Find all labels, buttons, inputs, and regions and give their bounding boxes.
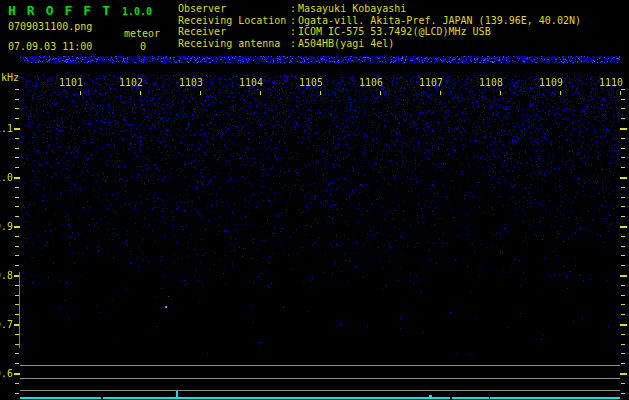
y-tick-mark-left: [15, 167, 19, 168]
y-tick-mark-left: [15, 187, 19, 188]
y-tick-mark-left: [15, 353, 19, 354]
y-tick-mark-left: [15, 363, 19, 364]
station-colon: :: [290, 38, 298, 50]
y-tick-mark-left: [15, 383, 19, 384]
y-tick-mark-right: [621, 393, 625, 394]
y-tick-mark-right: [620, 128, 627, 130]
x-tick-label: 1109: [533, 78, 563, 88]
y-tick-mark-left: [15, 236, 19, 237]
y-tick-mark-right: [621, 197, 625, 198]
x-tick-mark: [80, 91, 81, 95]
y-tick-mark-right: [621, 255, 625, 256]
y-tick-label: 0.9: [0, 222, 13, 232]
y-tick-mark-left: [15, 206, 19, 207]
y-tick-mark-left: [15, 255, 19, 256]
signal-spike: [176, 391, 178, 399]
station-colon: :: [290, 26, 298, 38]
y-tick-mark-right: [621, 99, 625, 100]
y-tick-mark-right: [620, 373, 627, 375]
y-tick-label: 0.8: [0, 271, 13, 281]
y-tick-mark-right: [621, 206, 625, 207]
y-tick-mark-right: [620, 324, 627, 326]
y-tick-mark-right: [620, 275, 627, 277]
y-tick-label: 0.7: [0, 320, 13, 330]
y-tick-mark-right: [621, 353, 625, 354]
trace-gap: [101, 397, 103, 399]
station-label: Observer: [178, 3, 290, 15]
output-filename: 0709031100.png: [8, 22, 92, 32]
trace-gap: [450, 397, 452, 399]
app-version: 1.0.0: [122, 7, 152, 17]
spectrogram-canvas: [20, 52, 620, 362]
x-tick-label: 1102: [113, 78, 143, 88]
y-tick-mark-right: [621, 304, 625, 305]
y-tick-mark-right: [621, 148, 625, 149]
y-tick-mark-left: [14, 373, 20, 375]
y-tick-mark-left: [14, 177, 20, 179]
reference-line-upper: [20, 365, 620, 366]
app-title: HROFFT: [8, 4, 121, 17]
y-tick-mark-left: [14, 128, 20, 130]
x-tick-mark: [440, 91, 441, 95]
y-tick-mark-right: [621, 383, 625, 384]
station-info: Observer:Masayuki Kobayashi Receiving Lo…: [178, 3, 581, 50]
signal-level-trace: [20, 397, 620, 399]
y-tick-mark-left: [15, 108, 19, 109]
station-colon: :: [290, 3, 298, 15]
x-tick-mark: [140, 91, 141, 95]
y-tick-mark-left: [15, 197, 19, 198]
echo-count: 0: [140, 42, 146, 52]
y-tick-mark-left: [15, 216, 19, 217]
x-tick-label: 1108: [473, 78, 503, 88]
station-row-location: Receiving Location:Ogata-vill. Akita-Pre…: [178, 15, 581, 27]
station-value: Ogata-vill. Akita-Pref. JAPAN (139.96E, …: [298, 15, 581, 27]
hrofft-screen: HROFFT 1.0.0 0709031100.png meteor 07.09…: [0, 0, 629, 400]
y-tick-label: 1.1: [0, 124, 13, 134]
y-tick-mark-right: [621, 344, 625, 345]
x-tick-mark: [560, 91, 561, 95]
y-tick-mark-left: [15, 157, 19, 158]
y-tick-mark-left: [15, 246, 19, 247]
x-tick-label: 1110: [593, 78, 623, 88]
x-tick-label: 1104: [233, 78, 263, 88]
station-row-antenna: Receiving antenna:A504HB(yagi 4el): [178, 38, 581, 50]
y-tick-mark-right: [620, 177, 627, 179]
station-value: Masayuki Kobayashi: [298, 3, 406, 15]
observation-mode: meteor: [124, 29, 160, 39]
y-tick-mark-right: [621, 236, 625, 237]
y-tick-mark-left: [15, 393, 19, 394]
x-tick-mark: [200, 91, 201, 95]
y-tick-mark-right: [621, 187, 625, 188]
x-tick-mark: [500, 91, 501, 95]
y-tick-mark-right: [621, 118, 625, 119]
x-tick-mark: [320, 91, 321, 95]
reference-line-middle: [20, 378, 620, 379]
x-tick-label: 1106: [353, 78, 383, 88]
y-tick-mark-right: [621, 265, 625, 266]
y-tick-mark-right: [621, 138, 625, 139]
x-tick-mark: [380, 91, 381, 95]
station-row-receiver: Receiver:ICOM IC-575 53.7492(@LCD)MHz US…: [178, 26, 581, 38]
y-tick-mark-right: [621, 216, 625, 217]
station-label: Receiver: [178, 26, 290, 38]
y-tick-mark-right: [621, 295, 625, 296]
y-tick-mark-right: [620, 226, 627, 228]
x-tick-label: 1107: [413, 78, 443, 88]
x-tick-label: 1105: [293, 78, 323, 88]
y-tick-mark-left: [15, 89, 19, 90]
signal-bump: [429, 395, 432, 398]
y-tick-mark-right: [621, 89, 625, 90]
observation-datetime: 07.09.03 11:00: [8, 42, 92, 52]
y-tick-mark-right: [621, 167, 625, 168]
y-tick-mark-left: [15, 138, 19, 139]
y-tick-mark-left: [15, 118, 19, 119]
x-tick-mark: [260, 91, 261, 95]
reference-line-lower: [20, 390, 620, 391]
y-tick-mark-left: [14, 226, 20, 228]
y-tick-label: 0.6: [0, 369, 13, 379]
station-value: ICOM IC-575 53.7492(@LCD)MHz USB: [298, 26, 491, 38]
x-tick-label: 1101: [53, 78, 83, 88]
y-axis-unit-label: kHz: [1, 73, 19, 83]
trace-gap: [489, 397, 490, 399]
y-tick-mark-right: [621, 108, 625, 109]
